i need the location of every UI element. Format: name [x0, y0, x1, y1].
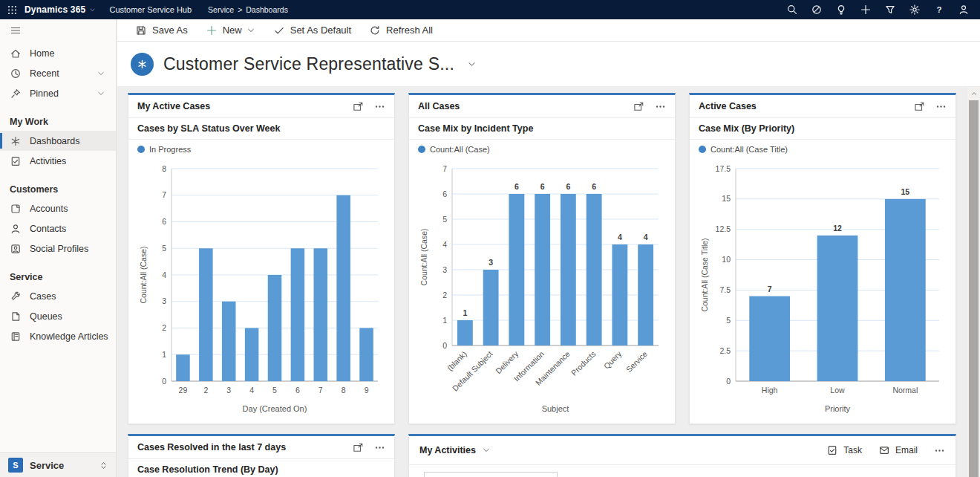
bar[interactable] [561, 194, 576, 345]
breadcrumb-page[interactable]: Dashboards [246, 5, 288, 14]
sidebar-item-activities[interactable]: Activities [0, 151, 116, 171]
more-icon[interactable] [935, 101, 947, 112]
sidebar-item-home[interactable]: Home [0, 43, 116, 63]
task-button[interactable]: Task [826, 444, 862, 456]
bar[interactable] [749, 296, 790, 381]
brand[interactable]: Dynamics 365 [24, 4, 96, 15]
area-switcher[interactable]: S Service [0, 452, 116, 477]
bar-chart-sla-status[interactable]: 0123456782923456789Count:All (Case)Day (… [137, 158, 385, 417]
card-all-cases: All Cases Case Mix by Incident Type Coun… [408, 93, 676, 424]
bar[interactable] [199, 248, 213, 381]
bar[interactable] [359, 328, 373, 382]
bar[interactable] [336, 195, 350, 381]
gear-icon[interactable] [906, 1, 924, 18]
chevron-down-icon[interactable] [97, 69, 108, 78]
top-navigation-bar: Dynamics 365 Customer Service Hub Servic… [0, 0, 980, 19]
x-tick-label: 4 [249, 386, 254, 395]
help-icon[interactable]: ? [930, 1, 948, 18]
expand-icon[interactable] [633, 101, 644, 112]
lightbulb-icon[interactable] [832, 1, 850, 18]
dashboard-selector-chevron-icon[interactable] [467, 59, 477, 69]
waffle-icon[interactable] [0, 4, 24, 16]
activities-filter-box[interactable] [424, 472, 558, 477]
sidebar-item-queues[interactable]: Queues [0, 306, 116, 326]
sidebar-item-label: Pinned [30, 88, 88, 99]
email-button[interactable]: Email [878, 444, 918, 456]
sprint-icon [137, 59, 148, 70]
sidebar-item-label: Queues [30, 311, 108, 322]
bar[interactable] [268, 275, 282, 381]
bar-chart-incident-type[interactable]: 012345671(blank)3Default Subject6Deliver… [418, 158, 666, 417]
refresh-all-button[interactable]: Refresh All [360, 19, 442, 41]
bar[interactable] [638, 244, 653, 345]
x-tick-label: 2 [203, 386, 208, 395]
vertical-scrollbar[interactable] [967, 87, 980, 477]
card-title: Active Cases [699, 101, 904, 111]
more-icon[interactable] [374, 442, 385, 453]
sidebar-item-knowledge-articles[interactable]: Knowledge Articles [0, 326, 116, 346]
new-button[interactable]: New [197, 19, 264, 41]
y-tick-label: 5 [442, 215, 447, 224]
bar[interactable] [885, 199, 926, 381]
sidebar-item-accounts[interactable]: Accounts [0, 198, 116, 218]
bar[interactable] [291, 248, 305, 381]
expand-icon[interactable] [914, 101, 925, 112]
bar-chart-priority[interactable]: 02.557.51012.51517.57High12Low15NormalCo… [699, 158, 947, 417]
accounts-icon [10, 203, 22, 215]
bar[interactable] [245, 328, 259, 382]
y-tick-label: 2 [442, 291, 447, 299]
sidebar-item-recent[interactable]: Recent [0, 63, 116, 83]
plus-icon[interactable] [857, 1, 875, 18]
bar[interactable] [817, 236, 858, 381]
breadcrumb-area[interactable]: Service [208, 5, 234, 14]
sidebar-item-pinned[interactable]: Pinned [0, 83, 116, 103]
chevron-down-icon[interactable] [97, 89, 108, 98]
bar[interactable] [535, 194, 550, 345]
bar[interactable] [457, 320, 473, 345]
sidebar-item-social-profiles[interactable]: Social Profiles [0, 238, 116, 259]
sidebar-item-contacts[interactable]: Contacts [0, 218, 116, 238]
more-icon[interactable] [374, 101, 385, 112]
more-icon[interactable] [655, 101, 666, 112]
hamburger-icon[interactable] [10, 25, 22, 36]
person-icon[interactable] [955, 1, 973, 18]
bar[interactable] [587, 194, 602, 345]
y-tick-label: 0 [726, 377, 731, 386]
y-tick-label: 3 [162, 296, 166, 305]
chevron-down-icon[interactable] [246, 26, 255, 35]
bar[interactable] [612, 244, 627, 345]
scroll-up-icon[interactable] [967, 87, 980, 100]
compass-icon[interactable] [808, 1, 826, 18]
bar[interactable] [222, 302, 236, 381]
sidebar-section-customers: Customers [0, 181, 116, 198]
y-tick-label: 8 [162, 164, 166, 173]
sidebar-item-cases[interactable]: Cases [0, 286, 116, 306]
filter-icon[interactable] [881, 1, 899, 18]
bar[interactable] [314, 248, 328, 381]
more-icon[interactable] [934, 445, 945, 456]
app-name[interactable]: Customer Service Hub [109, 5, 192, 14]
command-label: New [223, 25, 242, 36]
y-tick-label: 6 [442, 189, 447, 198]
sidebar-item-label: Accounts [30, 204, 108, 214]
bar[interactable] [483, 270, 499, 345]
queues-icon [10, 311, 22, 322]
bar[interactable] [176, 354, 190, 381]
search-icon[interactable] [783, 1, 801, 18]
expand-icon[interactable] [353, 442, 364, 453]
set-as-default-button[interactable]: Set As Default [264, 19, 360, 41]
updown-chevron-icon[interactable] [99, 461, 108, 470]
save-as-button[interactable]: Save As [126, 19, 197, 41]
y-tick-label: 5 [726, 316, 731, 325]
x-tick-label: Low [830, 386, 845, 395]
activities-view-chevron-icon[interactable] [482, 446, 491, 455]
y-tick-label: 4 [162, 270, 166, 279]
data-label: 15 [901, 187, 909, 196]
social-profiles-icon [10, 243, 22, 255]
refresh-icon [369, 25, 381, 36]
sidebar-item-dashboards[interactable]: Dashboards [0, 131, 116, 151]
scrollbar-thumb[interactable] [969, 100, 979, 477]
bar[interactable] [509, 194, 524, 345]
expand-icon[interactable] [353, 101, 364, 112]
data-label: 6 [540, 182, 545, 191]
